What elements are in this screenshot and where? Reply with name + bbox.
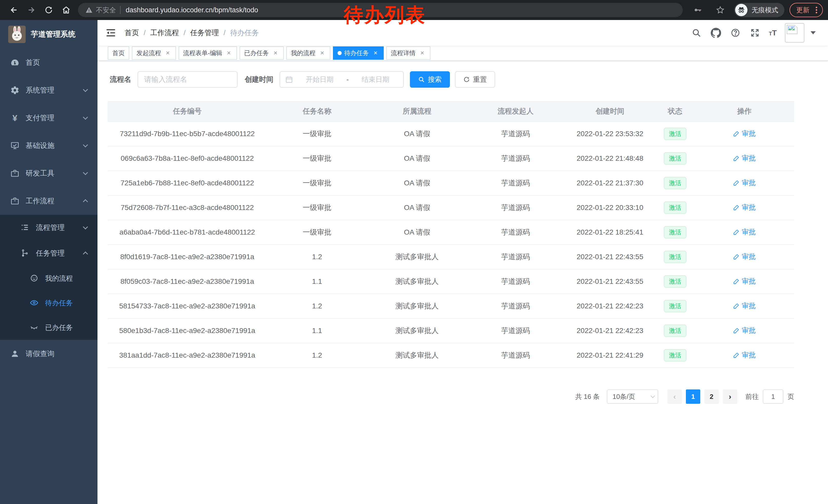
search-icon[interactable] [691,27,702,39]
browser-back-icon[interactable] [5,2,23,18]
status-badge: 激活 [664,128,687,140]
approve-button[interactable]: 审批 [733,277,756,286]
sidebar-item-label: 基础设施 [26,141,54,150]
tab-my-process[interactable]: 我的流程× [286,46,330,60]
sidebar-item-leave-query[interactable]: 请假查询 [0,340,97,368]
sidebar-item-payment[interactable]: ¥ 支付管理 [0,104,97,132]
browser-menu-icon[interactable] [814,7,819,13]
sidebar-item-home[interactable]: 首页 [0,49,97,77]
sidebar-item-process-management[interactable]: 流程管理 [0,215,97,240]
sidebar-item-workflow[interactable]: 工作流程 [0,187,97,215]
approve-button[interactable]: 审批 [733,129,756,138]
status-badge: 激活 [664,152,687,165]
font-size-icon[interactable]: TT [769,29,777,37]
edit-pencil-icon [733,179,740,186]
tab-process-detail[interactable]: 流程详情× [386,46,430,60]
breadcrumb-workflow[interactable]: 工作流程 [150,28,179,38]
process-name-input[interactable] [137,71,238,88]
close-icon[interactable]: × [272,49,279,57]
cell-task-name: 1.2 [267,294,367,318]
close-icon[interactable]: × [419,49,426,57]
prev-page-button[interactable]: ‹ [667,390,682,404]
sidebar-item-system[interactable]: 系统管理 [0,77,97,104]
approve-button[interactable]: 审批 [733,178,756,187]
yen-icon: ¥ [10,113,19,123]
breadcrumb-home[interactable]: 首页 [125,28,139,38]
page-1-button[interactable]: 1 [686,390,700,404]
approve-button[interactable]: 审批 [733,227,756,237]
sidebar-toggle-icon[interactable] [105,27,117,39]
edit-pencil-icon [733,327,740,334]
table-row: 8f0d1619-7ac8-11ec-a9e2-a2380e71991a 1.2… [108,244,794,269]
end-date-placeholder[interactable]: 结束日期 [353,75,398,84]
total-count: 共 16 条 [575,392,600,401]
start-date-placeholder[interactable]: 开始日期 [297,75,342,84]
cell-task-name: 一级审批 [267,146,367,171]
password-key-icon[interactable] [689,2,706,18]
cell-starter: 芋道源码 [467,195,564,220]
avatar-caret-icon[interactable] [811,31,816,34]
cell-create-time: 2022-01-22 21:37:30 [564,171,656,195]
sidebar-item-done-tasks[interactable]: 已办任务 [0,315,97,340]
sidebar-item-task-management[interactable]: 任务管理 [0,240,97,266]
fullscreen-icon[interactable] [749,27,760,39]
cell-process: OA 请假 [367,220,467,244]
sidebar-item-todo-tasks[interactable]: 待办任务 [0,291,97,315]
close-icon[interactable]: × [372,49,379,57]
sidebar-item-my-process[interactable]: 我的流程 [0,266,97,291]
col-status: 状态 [656,101,695,122]
sidebar-item-infrastructure[interactable]: 基础设施 [0,132,97,159]
browser-update-button[interactable]: 更新 [790,3,823,17]
bookmark-star-icon[interactable] [711,2,729,18]
approve-button[interactable]: 审批 [733,351,756,360]
tab-home[interactable]: 首页 [108,46,129,60]
browser-forward-icon[interactable] [23,2,40,18]
security-warning-icon [85,6,93,14]
reset-button[interactable]: 重置 [455,71,495,88]
approve-button[interactable]: 审批 [733,301,756,311]
cell-task-id: 8f0d1619-7ac8-11ec-a9e2-a2380e71991a [108,244,267,269]
browser-reload-icon[interactable] [40,2,57,18]
cell-task-name: 一级审批 [267,171,367,195]
top-navbar: 首页 / 工作流程 / 任务管理 / 待办任务 [97,20,828,46]
close-icon[interactable]: × [319,49,326,57]
breadcrumb: 首页 / 工作流程 / 任务管理 / 待办任务 [125,28,691,38]
sidebar-item-dev-tools[interactable]: 研发工具 [0,159,97,187]
cell-starter: 芋道源码 [467,294,564,318]
app-title: 芋道管理系统 [31,29,75,40]
url-text[interactable]: dashboard.yudao.iocoder.cn/bpm/task/todo [126,6,258,14]
cell-create-time: 2022-01-22 23:53:32 [564,122,656,146]
breadcrumb-task-management[interactable]: 任务管理 [190,28,219,38]
approve-button[interactable]: 审批 [733,252,756,261]
page-jumper-input[interactable] [763,390,783,404]
status-badge: 激活 [664,349,687,362]
tab-todo-tasks[interactable]: 待办任务× [333,46,384,60]
page-2-button[interactable]: 2 [704,390,719,404]
close-icon[interactable]: × [225,49,233,57]
date-range-picker[interactable]: 开始日期 - 结束日期 [280,71,404,88]
tab-process-form-edit[interactable]: 流程表单-编辑× [178,46,237,60]
cell-create-time: 2022-01-22 18:25:41 [564,220,656,244]
status-badge: 激活 [664,275,687,288]
address-bar[interactable]: 不安全 dashboard.yudao.iocoder.cn/bpm/task/… [78,3,683,17]
next-page-button[interactable]: › [723,390,737,404]
approve-button[interactable]: 审批 [733,153,756,163]
cell-create-time: 2022-01-21 22:42:23 [564,318,656,343]
tab-start-process[interactable]: 发起流程× [132,46,176,60]
close-icon[interactable]: × [164,49,171,57]
help-icon[interactable] [730,27,741,39]
page-size-select[interactable]: 10条/页 [607,390,658,404]
browser-home-icon[interactable] [57,2,75,18]
avatar[interactable] [785,23,804,43]
approve-button[interactable]: 审批 [733,203,756,212]
sidebar-item-label: 请假查询 [26,349,54,359]
github-icon[interactable] [710,27,721,39]
sidebar-item-label: 工作流程 [26,196,54,206]
approve-button[interactable]: 审批 [733,326,756,335]
search-button[interactable]: 搜索 [410,71,450,88]
app-logo[interactable]: 芋道管理系统 [0,20,97,49]
table-row: 8f059c03-7ac8-11ec-a9e2-a2380e71991a 1.1… [108,269,794,294]
table-row: 069c6a63-7b8a-11ec-8ef0-acde48001122 一级审… [108,146,794,171]
tab-done-tasks[interactable]: 已办任务× [240,46,284,60]
security-label[interactable]: 不安全 [96,6,116,15]
